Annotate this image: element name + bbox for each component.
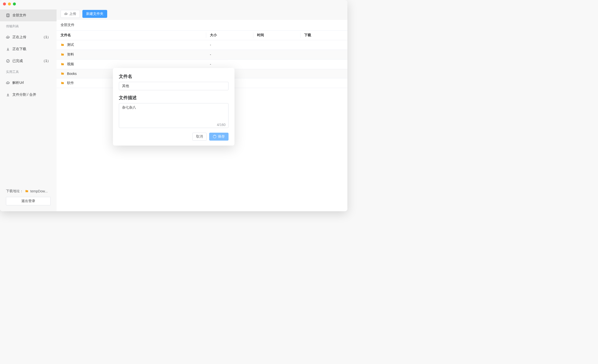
dialog-name-label: 文件名	[119, 73, 229, 79]
cloud-upload-icon	[64, 12, 68, 16]
svg-rect-1	[7, 14, 9, 17]
sidebar-item-uploading[interactable]: 正在上传 （1）	[0, 31, 57, 43]
new-folder-button[interactable]: 新建文件夹	[82, 10, 107, 18]
window-titlebar	[0, 0, 347, 8]
char-counter: 4/160	[217, 123, 226, 127]
download-path-value: tempDow...	[30, 189, 48, 193]
svg-point-2	[6, 60, 9, 62]
upload-button-label: 上传	[69, 12, 76, 16]
new-folder-dialog: 文件名 文件描述 4/160 取消 保存	[113, 68, 234, 146]
file-name: Books	[67, 72, 77, 76]
folder-icon	[61, 72, 65, 75]
table-row[interactable]: 测试-	[57, 40, 347, 50]
folder-name-input[interactable]	[119, 82, 229, 90]
save-button-label: 保存	[218, 134, 225, 139]
sidebar-item-label: 全部文件	[12, 13, 51, 18]
download-path[interactable]: 下载地址： tempDow...	[6, 189, 51, 193]
sidebar-item-label: 文件分割 / 合并	[12, 92, 51, 97]
download-icon	[6, 93, 10, 97]
sidebar-item-label: 正在上传	[12, 35, 39, 39]
file-name: 视频	[67, 62, 74, 66]
sidebar-item-label: 正在下载	[12, 47, 51, 51]
file-size: -	[206, 60, 253, 69]
sidebar-category-transfer: 传输列表	[0, 21, 57, 31]
file-download	[300, 78, 347, 88]
sidebar-item-label: 解析Url	[12, 81, 51, 85]
table-header-download[interactable]: 下载	[300, 30, 347, 40]
folder-icon	[61, 43, 65, 47]
save-button[interactable]: 保存	[209, 133, 229, 141]
file-name: 资料	[67, 52, 74, 57]
sidebar-item-count: （1）	[42, 59, 51, 63]
sidebar-category-tools: 实用工具	[0, 67, 57, 77]
table-header-name[interactable]: 文件名	[57, 30, 206, 40]
folder-icon	[61, 62, 65, 66]
file-time	[253, 40, 300, 50]
table-header-size[interactable]: 大小	[206, 30, 253, 40]
file-name: 测试	[67, 43, 74, 47]
download-path-label: 下载地址：	[6, 189, 23, 193]
folder-icon	[25, 189, 29, 193]
logout-button[interactable]: 退出登录	[6, 197, 51, 205]
file-size: -	[206, 40, 253, 50]
file-download	[300, 50, 347, 60]
table-row[interactable]: 资料-	[57, 50, 347, 60]
window-zoom-button[interactable]	[13, 2, 16, 5]
sidebar-item-downloading[interactable]: 正在下载	[0, 43, 57, 55]
file-size: -	[206, 50, 253, 60]
file-download	[300, 60, 347, 69]
loading-spinner-icon	[213, 135, 216, 138]
folder-desc-input[interactable]	[119, 103, 229, 128]
sidebar: 全部文件 传输列表 正在上传 （1） 正在下载	[0, 8, 57, 211]
check-circle-icon	[6, 59, 10, 63]
sidebar-item-parse-url[interactable]: 解析Url	[0, 77, 57, 89]
files-icon	[6, 13, 10, 17]
file-download	[300, 40, 347, 50]
dialog-desc-label: 文件描述	[119, 95, 229, 101]
toolbar: 上传 新建文件夹	[57, 8, 347, 20]
folder-icon	[61, 53, 65, 56]
sidebar-item-label: 已完成	[12, 59, 39, 63]
cloud-upload-icon	[6, 35, 10, 39]
file-time	[253, 69, 300, 78]
cloud-sync-icon	[6, 81, 10, 85]
file-time	[253, 78, 300, 88]
window-close-button[interactable]	[3, 2, 6, 5]
download-icon	[6, 47, 10, 51]
breadcrumb[interactable]: 全部文件	[57, 20, 347, 30]
file-name: 软件	[67, 81, 74, 85]
table-header-time[interactable]: 时间	[253, 30, 300, 40]
sidebar-item-completed[interactable]: 已完成 （1）	[0, 55, 57, 67]
file-download	[300, 69, 347, 78]
upload-button[interactable]: 上传	[61, 10, 80, 18]
sidebar-item-split-merge[interactable]: 文件分割 / 合并	[0, 89, 57, 101]
folder-icon	[61, 81, 65, 85]
file-time	[253, 50, 300, 60]
window-minimize-button[interactable]	[8, 2, 11, 5]
sidebar-item-all-files[interactable]: 全部文件	[0, 9, 57, 21]
sidebar-item-count: （1）	[42, 35, 51, 39]
table-row[interactable]: 视频-	[57, 60, 347, 69]
file-time	[253, 60, 300, 69]
cancel-button[interactable]: 取消	[192, 133, 207, 141]
svg-rect-0	[7, 14, 9, 17]
